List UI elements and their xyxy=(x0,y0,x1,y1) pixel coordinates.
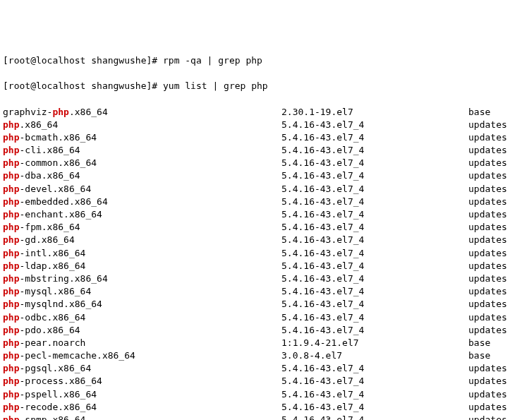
grep-match: php xyxy=(3,157,19,168)
package-row: php-mysqlnd.x86_645.4.16-43.el7_4updates xyxy=(3,298,510,311)
package-version: 5.4.16-43.el7_4 xyxy=(281,388,468,401)
package-row: php-common.x86_645.4.16-43.el7_4updates xyxy=(3,157,510,169)
package-list: graphviz-php.x86_642.30.1-19.el7basephp.… xyxy=(3,106,510,421)
package-repo: updates xyxy=(468,169,510,182)
package-name: php-mysqlnd.x86_64 xyxy=(3,298,281,311)
package-version: 5.4.16-43.el7_4 xyxy=(281,272,468,285)
package-row: php-devel.x86_645.4.16-43.el7_4updates xyxy=(3,183,510,196)
grep-match: php xyxy=(3,414,19,420)
grep-match: php xyxy=(3,273,19,284)
grep-match: php xyxy=(3,389,19,400)
package-name: php-pspell.x86_64 xyxy=(3,388,281,401)
package-row: php-process.x86_645.4.16-43.el7_4updates xyxy=(3,375,510,388)
package-name: php-enchant.x86_64 xyxy=(3,208,281,221)
package-repo: updates xyxy=(468,144,510,157)
package-name: php-odbc.x86_64 xyxy=(3,311,281,324)
package-name: php-ldap.x86_64 xyxy=(3,260,281,272)
package-repo: updates xyxy=(468,324,510,337)
grep-match: php xyxy=(52,107,68,117)
package-version: 5.4.16-43.el7_4 xyxy=(281,157,468,169)
package-row: php-pecl-memcache.x86_643.0.8-4.el7base xyxy=(3,349,510,362)
package-row: php-pear.noarch1:1.9.4-21.el7base xyxy=(3,337,510,349)
package-row: php-fpm.x86_645.4.16-43.el7_4updates xyxy=(3,221,510,234)
package-name: php-common.x86_64 xyxy=(3,157,281,169)
grep-match: php xyxy=(3,337,19,348)
command-line-1: [root@localhost shangwushe]# rpm -qa | g… xyxy=(3,54,510,67)
package-name: php-bcmath.x86_64 xyxy=(3,131,281,144)
package-version: 5.4.16-43.el7_4 xyxy=(281,362,468,375)
package-version: 5.4.16-43.el7_4 xyxy=(281,324,468,337)
package-row: php-pgsql.x86_645.4.16-43.el7_4updates xyxy=(3,362,510,375)
grep-match: php xyxy=(3,170,19,181)
terminal[interactable]: [root@localhost shangwushe]# rpm -qa | g… xyxy=(3,42,510,420)
package-repo: updates xyxy=(468,272,510,285)
package-version: 5.4.16-43.el7_4 xyxy=(281,208,468,221)
package-row: php-intl.x86_645.4.16-43.el7_4updates xyxy=(3,247,510,260)
package-row: php-mbstring.x86_645.4.16-43.el7_4update… xyxy=(3,272,510,285)
grep-match: php xyxy=(3,196,19,207)
grep-match: php xyxy=(3,312,19,323)
command-1: rpm -qa | grep php xyxy=(163,55,262,66)
package-name: php-devel.x86_64 xyxy=(3,183,281,196)
package-name: php-fpm.x86_64 xyxy=(3,221,281,234)
prompt: [root@localhost shangwushe]# xyxy=(3,80,157,91)
package-row: php-pdo.x86_645.4.16-43.el7_4updates xyxy=(3,324,510,337)
package-version: 5.4.16-43.el7_4 xyxy=(281,131,468,144)
grep-match: php xyxy=(3,299,19,309)
package-name: php-pdo.x86_64 xyxy=(3,324,281,337)
package-version: 1:1.9.4-21.el7 xyxy=(281,337,468,349)
package-repo: updates xyxy=(468,221,510,234)
package-version: 5.4.16-43.el7_4 xyxy=(281,144,468,157)
package-row: php-odbc.x86_645.4.16-43.el7_4updates xyxy=(3,311,510,324)
package-row: php-mysql.x86_645.4.16-43.el7_4updates xyxy=(3,285,510,298)
grep-match: php xyxy=(3,376,19,386)
package-repo: updates xyxy=(468,388,510,401)
package-version: 5.4.16-43.el7_4 xyxy=(281,298,468,311)
package-name: php-mbstring.x86_64 xyxy=(3,272,281,285)
package-version: 5.4.16-43.el7_4 xyxy=(281,311,468,324)
package-row: php-dba.x86_645.4.16-43.el7_4updates xyxy=(3,169,510,182)
package-name: php-pear.noarch xyxy=(3,337,281,349)
grep-match: php xyxy=(3,402,19,412)
package-repo: updates xyxy=(468,119,510,131)
package-version: 5.4.16-43.el7_4 xyxy=(281,375,468,388)
package-repo: updates xyxy=(468,298,510,311)
package-row: php-embedded.x86_645.4.16-43.el7_4update… xyxy=(3,196,510,208)
package-version: 5.4.16-43.el7_4 xyxy=(281,119,468,131)
package-name: php-process.x86_64 xyxy=(3,375,281,388)
package-row: php-gd.x86_645.4.16-43.el7_4updates xyxy=(3,234,510,246)
package-row: php-pspell.x86_645.4.16-43.el7_4updates xyxy=(3,388,510,401)
package-name: php-pgsql.x86_64 xyxy=(3,362,281,375)
package-version: 5.4.16-43.el7_4 xyxy=(281,169,468,182)
package-repo: base xyxy=(468,106,510,119)
package-row: graphviz-php.x86_642.30.1-19.el7base xyxy=(3,106,510,119)
package-repo: updates xyxy=(468,375,510,388)
package-name: php-mysql.x86_64 xyxy=(3,285,281,298)
grep-match: php xyxy=(3,325,19,335)
package-version: 5.4.16-43.el7_4 xyxy=(281,401,468,414)
command-2: yum list | grep php xyxy=(163,80,268,91)
grep-match: php xyxy=(3,209,19,220)
package-repo: updates xyxy=(468,414,510,420)
package-row: php-enchant.x86_645.4.16-43.el7_4updates xyxy=(3,208,510,221)
package-version: 5.4.16-43.el7_4 xyxy=(281,221,468,234)
package-version: 5.4.16-43.el7_4 xyxy=(281,196,468,208)
package-repo: updates xyxy=(468,157,510,169)
grep-match: php xyxy=(3,222,19,232)
package-row: php-snmp.x86_645.4.16-43.el7_4updates xyxy=(3,414,510,420)
package-repo: updates xyxy=(468,311,510,324)
package-name: graphviz-php.x86_64 xyxy=(3,106,281,119)
package-version: 5.4.16-43.el7_4 xyxy=(281,183,468,196)
package-row: php-recode.x86_645.4.16-43.el7_4updates xyxy=(3,401,510,414)
package-repo: updates xyxy=(468,247,510,260)
package-repo: updates xyxy=(468,362,510,375)
grep-match: php xyxy=(3,286,19,296)
package-row: php-bcmath.x86_645.4.16-43.el7_4updates xyxy=(3,131,510,144)
package-version: 5.4.16-43.el7_4 xyxy=(281,285,468,298)
package-repo: updates xyxy=(468,131,510,144)
package-repo: updates xyxy=(468,208,510,221)
grep-match: php xyxy=(3,132,19,143)
package-repo: updates xyxy=(468,196,510,208)
package-repo: base xyxy=(468,337,510,349)
package-name: php-recode.x86_64 xyxy=(3,401,281,414)
